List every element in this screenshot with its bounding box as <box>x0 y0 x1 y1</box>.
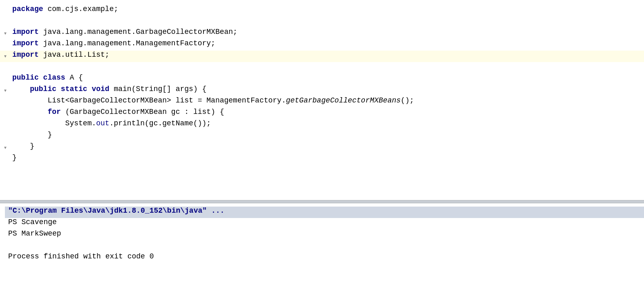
fold-icon[interactable]: ▼ <box>2 145 8 151</box>
code-content: public class A { <box>12 73 641 82</box>
code-content: } <box>12 154 641 162</box>
output-text: "C:\Program Files\Java\jdk1.8.0_152\bin\… <box>8 207 224 215</box>
panel-divider <box>0 200 644 203</box>
output-line-out-scavenge: PS Scavenge <box>5 218 644 229</box>
code-line-line-mainclose: ▼ } <box>0 142 644 154</box>
output-text: Process finished with exit code 0 <box>8 252 154 260</box>
code-content: } <box>12 131 641 139</box>
code-line-line-empty2 <box>0 62 644 73</box>
code-line-line-import1: ▼import java.lang.management.GarbageColl… <box>0 28 644 39</box>
code-content: import java.lang.management.GarbageColle… <box>12 28 641 36</box>
code-line-line-classclose: } <box>0 154 644 165</box>
output-text: PS Scavenge <box>8 218 57 226</box>
code-content: List<GarbageCollectorMXBean> list = Mana… <box>12 96 641 105</box>
code-content: import java.util.List; <box>12 51 641 59</box>
code-content: } <box>12 142 641 150</box>
code-line-line-package: package com.cjs.example; <box>0 5 644 16</box>
output-line-out-cmd: "C:\Program Files\Java\jdk1.8.0_152\bin\… <box>5 207 644 218</box>
output-text: PS MarkSweep <box>8 229 61 238</box>
code-line-line-println: System.out.println(gc.getName()); <box>0 119 644 131</box>
code-content: public static void main(String[] args) { <box>12 85 641 93</box>
code-line-line-forclose: } <box>0 131 644 142</box>
code-content: import java.lang.management.ManagementFa… <box>12 39 641 47</box>
fold-icon[interactable]: ▼ <box>2 31 8 36</box>
output-line-out-process: Process finished with exit code 0 <box>5 252 644 264</box>
code-content: for (GarbageCollectorMXBean gc : list) { <box>12 108 641 116</box>
code-line-line-for: for (GarbageCollectorMXBean gc : list) { <box>0 108 644 119</box>
output-panel: "C:\Program Files\Java\jdk1.8.0_152\bin\… <box>0 203 644 287</box>
code-line-line-import2: import java.lang.management.ManagementFa… <box>0 39 644 51</box>
editor-panel: package com.cjs.example;▼import java.lan… <box>0 0 644 200</box>
fold-icon[interactable]: ▼ <box>2 53 8 59</box>
code-content: System.out.println(gc.getName()); <box>12 119 641 127</box>
code-line-line-class: public class A { <box>0 73 644 85</box>
code-content: package com.cjs.example; <box>12 5 641 13</box>
code-line-line-list: List<GarbageCollectorMXBean> list = Mana… <box>0 96 644 108</box>
fold-icon[interactable]: ▼ <box>2 88 8 93</box>
code-line-line-main: ▼ public static void main(String[] args)… <box>0 85 644 96</box>
code-line-line-empty1 <box>0 16 644 28</box>
code-line-line-import3: ▼import java.util.List; <box>0 51 644 62</box>
output-empty-line <box>5 241 644 252</box>
output-line-out-marksweep: PS MarkSweep <box>5 229 644 241</box>
